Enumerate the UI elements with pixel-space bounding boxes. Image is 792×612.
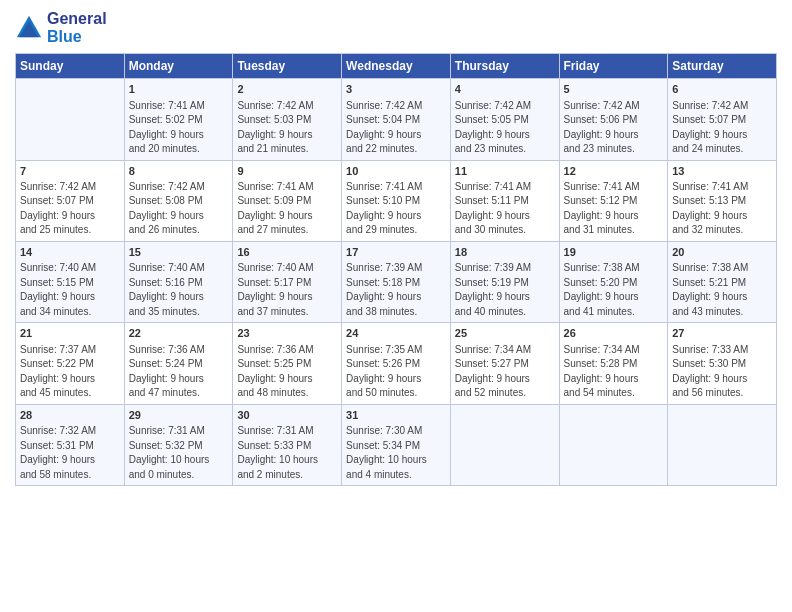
calendar-cell: 17Sunrise: 7:39 AM Sunset: 5:18 PM Dayli… [342, 241, 451, 322]
day-content: Sunrise: 7:37 AM Sunset: 5:22 PM Dayligh… [20, 343, 120, 401]
logo-icon [15, 14, 43, 42]
day-number: 28 [20, 408, 120, 423]
day-content: Sunrise: 7:34 AM Sunset: 5:27 PM Dayligh… [455, 343, 555, 401]
calendar-cell: 13Sunrise: 7:41 AM Sunset: 5:13 PM Dayli… [668, 160, 777, 241]
day-number: 16 [237, 245, 337, 260]
day-number: 22 [129, 326, 229, 341]
calendar-cell: 8Sunrise: 7:42 AM Sunset: 5:08 PM Daylig… [124, 160, 233, 241]
day-number: 1 [129, 82, 229, 97]
calendar-cell: 10Sunrise: 7:41 AM Sunset: 5:10 PM Dayli… [342, 160, 451, 241]
day-content: Sunrise: 7:40 AM Sunset: 5:16 PM Dayligh… [129, 261, 229, 319]
day-number: 9 [237, 164, 337, 179]
day-number: 13 [672, 164, 772, 179]
day-content: Sunrise: 7:31 AM Sunset: 5:33 PM Dayligh… [237, 424, 337, 482]
day-content: Sunrise: 7:36 AM Sunset: 5:25 PM Dayligh… [237, 343, 337, 401]
day-number: 18 [455, 245, 555, 260]
day-number: 15 [129, 245, 229, 260]
calendar-cell [16, 79, 125, 160]
calendar-cell: 30Sunrise: 7:31 AM Sunset: 5:33 PM Dayli… [233, 404, 342, 485]
calendar-header-friday: Friday [559, 54, 668, 79]
day-number: 10 [346, 164, 446, 179]
calendar-header-monday: Monday [124, 54, 233, 79]
calendar-cell: 25Sunrise: 7:34 AM Sunset: 5:27 PM Dayli… [450, 323, 559, 404]
day-number: 12 [564, 164, 664, 179]
calendar-cell: 28Sunrise: 7:32 AM Sunset: 5:31 PM Dayli… [16, 404, 125, 485]
day-content: Sunrise: 7:41 AM Sunset: 5:13 PM Dayligh… [672, 180, 772, 238]
day-content: Sunrise: 7:42 AM Sunset: 5:04 PM Dayligh… [346, 99, 446, 157]
calendar-cell: 5Sunrise: 7:42 AM Sunset: 5:06 PM Daylig… [559, 79, 668, 160]
calendar-week-3: 14Sunrise: 7:40 AM Sunset: 5:15 PM Dayli… [16, 241, 777, 322]
calendar-cell [450, 404, 559, 485]
calendar-header-tuesday: Tuesday [233, 54, 342, 79]
calendar-cell: 16Sunrise: 7:40 AM Sunset: 5:17 PM Dayli… [233, 241, 342, 322]
day-number: 25 [455, 326, 555, 341]
calendar-cell: 31Sunrise: 7:30 AM Sunset: 5:34 PM Dayli… [342, 404, 451, 485]
day-number: 27 [672, 326, 772, 341]
logo-text: General Blue [47, 10, 107, 45]
calendar-cell: 7Sunrise: 7:42 AM Sunset: 5:07 PM Daylig… [16, 160, 125, 241]
day-content: Sunrise: 7:39 AM Sunset: 5:18 PM Dayligh… [346, 261, 446, 319]
day-content: Sunrise: 7:41 AM Sunset: 5:09 PM Dayligh… [237, 180, 337, 238]
day-number: 2 [237, 82, 337, 97]
day-content: Sunrise: 7:35 AM Sunset: 5:26 PM Dayligh… [346, 343, 446, 401]
header: General Blue [15, 10, 777, 45]
calendar-cell: 4Sunrise: 7:42 AM Sunset: 5:05 PM Daylig… [450, 79, 559, 160]
calendar-cell: 1Sunrise: 7:41 AM Sunset: 5:02 PM Daylig… [124, 79, 233, 160]
day-content: Sunrise: 7:42 AM Sunset: 5:06 PM Dayligh… [564, 99, 664, 157]
calendar-cell: 12Sunrise: 7:41 AM Sunset: 5:12 PM Dayli… [559, 160, 668, 241]
calendar-header-wednesday: Wednesday [342, 54, 451, 79]
day-content: Sunrise: 7:38 AM Sunset: 5:21 PM Dayligh… [672, 261, 772, 319]
day-content: Sunrise: 7:40 AM Sunset: 5:17 PM Dayligh… [237, 261, 337, 319]
day-content: Sunrise: 7:39 AM Sunset: 5:19 PM Dayligh… [455, 261, 555, 319]
calendar-cell: 6Sunrise: 7:42 AM Sunset: 5:07 PM Daylig… [668, 79, 777, 160]
day-content: Sunrise: 7:41 AM Sunset: 5:02 PM Dayligh… [129, 99, 229, 157]
day-content: Sunrise: 7:41 AM Sunset: 5:11 PM Dayligh… [455, 180, 555, 238]
day-content: Sunrise: 7:41 AM Sunset: 5:12 PM Dayligh… [564, 180, 664, 238]
calendar-cell: 9Sunrise: 7:41 AM Sunset: 5:09 PM Daylig… [233, 160, 342, 241]
day-number: 14 [20, 245, 120, 260]
day-content: Sunrise: 7:32 AM Sunset: 5:31 PM Dayligh… [20, 424, 120, 482]
day-content: Sunrise: 7:42 AM Sunset: 5:07 PM Dayligh… [20, 180, 120, 238]
calendar-cell [559, 404, 668, 485]
day-number: 6 [672, 82, 772, 97]
day-content: Sunrise: 7:38 AM Sunset: 5:20 PM Dayligh… [564, 261, 664, 319]
day-number: 20 [672, 245, 772, 260]
day-content: Sunrise: 7:31 AM Sunset: 5:32 PM Dayligh… [129, 424, 229, 482]
calendar-cell [668, 404, 777, 485]
calendar-header-thursday: Thursday [450, 54, 559, 79]
calendar-week-5: 28Sunrise: 7:32 AM Sunset: 5:31 PM Dayli… [16, 404, 777, 485]
calendar-header-row: SundayMondayTuesdayWednesdayThursdayFrid… [16, 54, 777, 79]
calendar-cell: 11Sunrise: 7:41 AM Sunset: 5:11 PM Dayli… [450, 160, 559, 241]
day-content: Sunrise: 7:41 AM Sunset: 5:10 PM Dayligh… [346, 180, 446, 238]
day-content: Sunrise: 7:40 AM Sunset: 5:15 PM Dayligh… [20, 261, 120, 319]
calendar-cell: 18Sunrise: 7:39 AM Sunset: 5:19 PM Dayli… [450, 241, 559, 322]
calendar-cell: 20Sunrise: 7:38 AM Sunset: 5:21 PM Dayli… [668, 241, 777, 322]
calendar-table: SundayMondayTuesdayWednesdayThursdayFrid… [15, 53, 777, 486]
page-container: General Blue SundayMondayTuesdayWednesda… [0, 0, 792, 496]
day-number: 8 [129, 164, 229, 179]
calendar-cell: 26Sunrise: 7:34 AM Sunset: 5:28 PM Dayli… [559, 323, 668, 404]
day-content: Sunrise: 7:42 AM Sunset: 5:07 PM Dayligh… [672, 99, 772, 157]
calendar-week-2: 7Sunrise: 7:42 AM Sunset: 5:07 PM Daylig… [16, 160, 777, 241]
day-number: 29 [129, 408, 229, 423]
day-number: 7 [20, 164, 120, 179]
day-content: Sunrise: 7:36 AM Sunset: 5:24 PM Dayligh… [129, 343, 229, 401]
day-content: Sunrise: 7:33 AM Sunset: 5:30 PM Dayligh… [672, 343, 772, 401]
calendar-week-4: 21Sunrise: 7:37 AM Sunset: 5:22 PM Dayli… [16, 323, 777, 404]
calendar-cell: 23Sunrise: 7:36 AM Sunset: 5:25 PM Dayli… [233, 323, 342, 404]
calendar-cell: 2Sunrise: 7:42 AM Sunset: 5:03 PM Daylig… [233, 79, 342, 160]
day-number: 3 [346, 82, 446, 97]
calendar-cell: 19Sunrise: 7:38 AM Sunset: 5:20 PM Dayli… [559, 241, 668, 322]
calendar-cell: 22Sunrise: 7:36 AM Sunset: 5:24 PM Dayli… [124, 323, 233, 404]
day-number: 30 [237, 408, 337, 423]
day-number: 17 [346, 245, 446, 260]
day-content: Sunrise: 7:42 AM Sunset: 5:03 PM Dayligh… [237, 99, 337, 157]
calendar-week-1: 1Sunrise: 7:41 AM Sunset: 5:02 PM Daylig… [16, 79, 777, 160]
calendar-cell: 15Sunrise: 7:40 AM Sunset: 5:16 PM Dayli… [124, 241, 233, 322]
calendar-header-saturday: Saturday [668, 54, 777, 79]
calendar-cell: 3Sunrise: 7:42 AM Sunset: 5:04 PM Daylig… [342, 79, 451, 160]
day-number: 23 [237, 326, 337, 341]
day-number: 24 [346, 326, 446, 341]
calendar-cell: 29Sunrise: 7:31 AM Sunset: 5:32 PM Dayli… [124, 404, 233, 485]
calendar-cell: 14Sunrise: 7:40 AM Sunset: 5:15 PM Dayli… [16, 241, 125, 322]
